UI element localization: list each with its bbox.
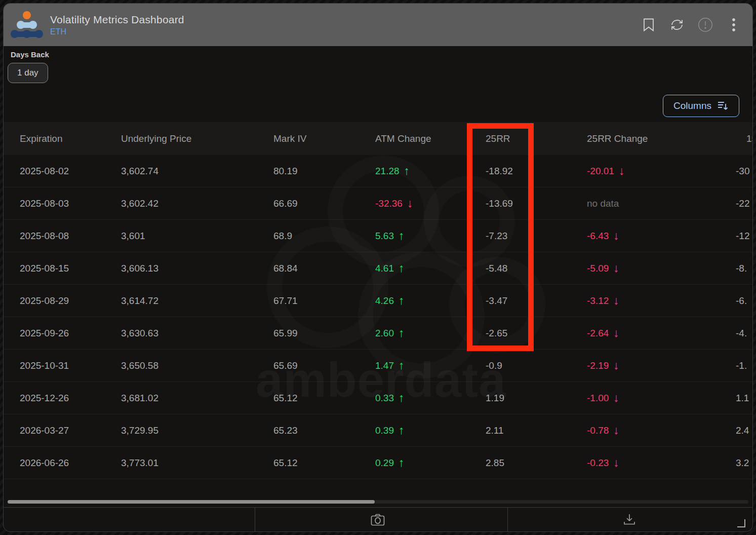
resize-handle[interactable]	[737, 519, 745, 527]
cell-25rr: -18.92	[486, 155, 513, 187]
up-arrow-icon: ↑	[399, 424, 405, 437]
up-arrow-icon: ↑	[399, 359, 405, 372]
cell-expiration: 2025-09-26	[20, 317, 69, 349]
up-arrow-icon: ↑	[399, 391, 405, 405]
cell-underlying-price: 3,606.13	[121, 252, 158, 284]
down-arrow-icon: ↓	[613, 326, 619, 340]
cell-25rr-change: -20.01↓	[587, 155, 624, 187]
cell-atm-change: 0.39↑	[375, 414, 404, 446]
cell-expiration: 2025-08-08	[20, 220, 69, 252]
table-row: 2025-08-15 3,606.13 68.84 4.61↑ -5.48 -5…	[4, 252, 752, 285]
cell-25rr: -3.47	[486, 285, 507, 317]
cell-atm-change: -32.36↓	[375, 187, 413, 219]
cell-25rr-change: -3.12↓	[587, 285, 619, 317]
horizontal-scrollbar-track[interactable]	[8, 500, 748, 504]
column-header-25rr-change[interactable]: 25RR Change	[587, 122, 648, 155]
cell-25rr: -13.69	[486, 187, 513, 219]
toolbar-divider	[255, 508, 255, 531]
cell-25rr: -0.9	[486, 350, 502, 381]
cell-atm-change: 4.61↑	[375, 252, 404, 284]
cell-mark-iv: 65.12	[273, 447, 298, 479]
amberdata-logo-icon	[11, 10, 43, 40]
cell-underlying-price: 3,729.95	[121, 414, 158, 446]
cell-mark-iv: 68.9	[273, 220, 292, 252]
camera-snapshot-icon[interactable]	[369, 511, 386, 528]
cell-25rr-change: -0.78↓	[587, 414, 619, 446]
cell-mark-iv: 80.19	[273, 155, 298, 187]
table-header-row: ExpirationUnderlying PriceMark IVATM Cha…	[4, 122, 752, 155]
cell-atm-change: 2.60↑	[375, 317, 404, 349]
table-row: 2026-06-26 3,773.01 65.12 0.29↑ 2.85 -0.…	[4, 447, 752, 479]
cell-25rr: 2.11	[486, 414, 504, 446]
cell-underlying-price: 3,650.58	[121, 350, 158, 381]
cell-25rr: 2.85	[486, 447, 504, 479]
cell-underlying-price: 3,602.74	[121, 155, 158, 187]
table-row: 2025-08-03 3,602.42 66.69 -32.36↓ -13.69…	[4, 187, 752, 220]
down-arrow-icon: ↓	[613, 261, 619, 275]
cell-25rr-change: -1.00↓	[587, 382, 619, 414]
table-row: 2025-08-08 3,601 68.9 5.63↑ -7.23 -6.43↓…	[4, 220, 752, 252]
bookmark-icon[interactable]	[641, 17, 656, 32]
up-arrow-icon: ↑	[399, 261, 405, 275]
column-header-15[interactable]: 15	[746, 122, 753, 155]
columns-button-label: Columns	[673, 100, 711, 111]
table-row: 2025-08-29 3,614.72 67.71 4.26↑ -3.47 -3…	[4, 285, 752, 317]
metrics-table: ExpirationUnderlying PriceMark IVATM Cha…	[4, 122, 752, 479]
horizontal-scrollbar-thumb[interactable]	[8, 500, 375, 504]
up-arrow-icon: ↑	[399, 456, 405, 470]
column-sort-icon	[718, 101, 729, 111]
up-arrow-icon: ↑	[399, 326, 405, 340]
download-icon[interactable]	[621, 511, 638, 528]
cell-mark-iv: 68.84	[273, 252, 298, 284]
cell-25rr-change: no data	[587, 187, 619, 219]
cell-mark-iv: 65.12	[273, 382, 298, 414]
cell-mark-iv: 67.71	[273, 285, 298, 317]
cell-next-column-partial: 2.4	[736, 414, 749, 446]
up-arrow-icon: ↑	[404, 164, 410, 178]
cell-next-column-partial: -12	[736, 220, 749, 252]
refresh-icon[interactable]	[669, 17, 685, 32]
cell-next-column-partial: -30	[736, 155, 749, 187]
cell-atm-change: 0.33↑	[375, 382, 404, 414]
column-header-underlying-price[interactable]: Underlying Price	[121, 122, 191, 155]
cell-25rr-change: -6.43↓	[587, 220, 619, 252]
cell-atm-change: 0.29↑	[375, 447, 404, 479]
table-row: 2025-09-26 3,630.63 65.99 2.60↑ -2.65 -2…	[4, 317, 752, 350]
down-arrow-icon: ↓	[613, 456, 619, 470]
up-arrow-icon: ↑	[399, 229, 405, 243]
column-header-25rr[interactable]: 25RR	[486, 122, 510, 155]
cell-25rr-change: -2.19↓	[587, 350, 619, 381]
cell-expiration: 2025-08-15	[20, 252, 69, 284]
kebab-menu-icon[interactable]	[726, 17, 741, 32]
page-title: Volatility Metrics Dashboard	[50, 14, 184, 26]
toolbar-divider	[507, 508, 508, 531]
down-arrow-icon: ↓	[619, 164, 625, 178]
cell-underlying-price: 3,614.72	[121, 285, 158, 317]
days-back-selector[interactable]: 1 day	[8, 63, 48, 83]
cell-underlying-price: 3,630.63	[121, 317, 158, 349]
down-arrow-icon: ↓	[613, 359, 619, 372]
column-header-mark-iv[interactable]: Mark IV	[273, 122, 306, 155]
table-row: 2025-08-02 3,602.74 80.19 21.28↑ -18.92 …	[4, 155, 752, 187]
columns-button[interactable]: Columns	[663, 95, 739, 117]
cell-25rr: -5.48	[486, 252, 507, 284]
cell-25rr: -7.23	[486, 220, 507, 252]
info-icon[interactable]	[698, 17, 713, 32]
cell-25rr-change: -2.64↓	[587, 317, 619, 349]
column-header-atm-change[interactable]: ATM Change	[375, 122, 431, 155]
cell-25rr: 1.19	[486, 382, 504, 414]
cell-atm-change: 21.28↑	[375, 155, 410, 187]
asset-subtitle: ETH	[50, 27, 184, 36]
cell-expiration: 2026-03-27	[20, 414, 69, 446]
down-arrow-icon: ↓	[407, 197, 413, 210]
cell-expiration: 2025-08-02	[20, 155, 69, 187]
cell-next-column-partial: 1.1	[736, 382, 749, 414]
down-arrow-icon: ↓	[613, 391, 619, 405]
down-arrow-icon: ↓	[613, 294, 619, 308]
cell-mark-iv: 65.23	[273, 414, 298, 446]
down-arrow-icon: ↓	[613, 424, 619, 437]
column-header-expiration[interactable]: Expiration	[20, 122, 63, 155]
cell-next-column-partial: -1.	[736, 350, 747, 381]
dashboard-panel: Volatility Metrics Dashboard ETH	[3, 3, 753, 532]
title-bar: Volatility Metrics Dashboard ETH	[4, 4, 752, 46]
